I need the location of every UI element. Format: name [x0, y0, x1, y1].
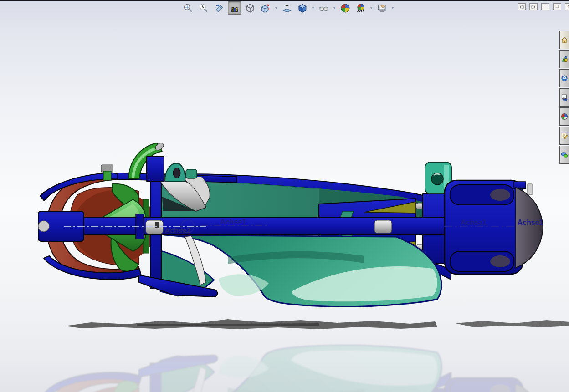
- custom-properties-icon: [561, 132, 568, 139]
- glasses-icon: [319, 3, 329, 13]
- dropdown-caret-icon[interactable]: ▾: [274, 6, 278, 10]
- motor-cavity-top: [490, 189, 510, 201]
- floor-shadow: [65, 319, 569, 329]
- window-controls: — ❐ ✕: [518, 3, 569, 10]
- forum-bubbles-icon: [561, 151, 568, 158]
- view-settings-button[interactable]: [375, 1, 389, 15]
- heads-up-view-toolbar: ▾ ▾ ▾: [181, 1, 395, 15]
- bushing-mid: [374, 220, 392, 233]
- dropdown-caret-icon[interactable]: ▾: [311, 6, 315, 10]
- axis-label[interactable]: Achse1: [518, 219, 543, 226]
- hide-show-items-button[interactable]: [317, 1, 330, 15]
- tab-forum[interactable]: [559, 146, 569, 164]
- axis-label[interactable]: Achse1: [461, 219, 487, 226]
- dropdown-caret-icon[interactable]: ▾: [333, 6, 336, 10]
- dropdown-caret-icon[interactable]: ▾: [391, 6, 395, 10]
- view-palette-icon: [561, 94, 568, 101]
- window-top-edge: [0, 0, 569, 1]
- zoom-to-area-button[interactable]: [197, 1, 210, 15]
- display-style-icon: [261, 3, 271, 13]
- pane-layout-right-icon: [531, 5, 536, 9]
- teal-cap-small: [186, 169, 197, 178]
- tab-appearances-scenes[interactable]: [559, 107, 569, 126]
- model-reflection: [38, 345, 543, 392]
- turbine-assembly-model[interactable]: Achse1 Achse2 Achse1 Achse1: [38, 142, 543, 307]
- tab-custom-properties[interactable]: [559, 127, 569, 145]
- pane-layout-left-button[interactable]: [518, 3, 526, 10]
- normal-to-icon: [282, 3, 292, 13]
- appearances-ball-icon: [561, 113, 568, 120]
- end-dome: [516, 188, 543, 268]
- axis-label[interactable]: Achse1: [220, 218, 246, 226]
- bearing-dome-hole: [173, 168, 180, 178]
- restore-button[interactable]: ❐: [553, 3, 561, 10]
- bushing-left-slot: [155, 222, 159, 228]
- axis-label[interactable]: Achse2: [165, 227, 191, 234]
- shaft-block: [147, 157, 164, 181]
- display-style-button[interactable]: [259, 1, 272, 15]
- close-button[interactable]: ✕: [565, 3, 569, 10]
- view-orientation-button[interactable]: [243, 1, 256, 15]
- zoom-to-area-icon: [199, 3, 209, 13]
- section-view-button[interactable]: [228, 1, 241, 15]
- apply-scene-button[interactable]: [354, 1, 367, 15]
- previous-view-button[interactable]: [212, 1, 226, 15]
- graphics-viewport[interactable]: Achse1 Achse2 Achse1 Achse1: [0, 0, 569, 392]
- file-explorer-icon: [561, 75, 568, 82]
- pane-layout-right-button[interactable]: [529, 3, 538, 10]
- nut-post: [103, 171, 111, 180]
- bushing-left: [146, 220, 163, 234]
- view-orientation-cube-icon: [245, 3, 255, 13]
- edit-appearance-button[interactable]: [338, 1, 352, 15]
- tab-file-explorer[interactable]: [559, 69, 569, 87]
- appearance-ball-icon: [340, 3, 350, 13]
- view-cube-button[interactable]: [296, 1, 309, 15]
- zoom-to-fit-button[interactable]: [181, 1, 195, 15]
- task-pane-tab-strip: [559, 31, 569, 164]
- shaded-cube-icon: [297, 3, 308, 13]
- dropdown-caret-icon[interactable]: ▾: [369, 6, 373, 10]
- zoom-to-fit-icon: [183, 3, 193, 13]
- monitor-hand-icon: [377, 3, 387, 13]
- section-view-icon: [230, 3, 240, 13]
- minimize-button[interactable]: —: [541, 3, 549, 10]
- pane-layout-left-icon: [519, 5, 524, 9]
- tab-solidworks-resources[interactable]: [559, 31, 569, 49]
- normal-to-button[interactable]: [280, 1, 293, 15]
- dome-edge-sliver: [528, 184, 532, 195]
- previous-view-icon: [214, 3, 224, 13]
- scene-ball-icon: [356, 3, 366, 13]
- tab-view-palette[interactable]: [559, 88, 569, 107]
- motor-cavity-bottom: [490, 255, 510, 267]
- mount-lug-hole: [431, 173, 443, 185]
- design-library-icon: [561, 56, 568, 63]
- tab-design-library[interactable]: [559, 50, 569, 68]
- home-icon: [561, 36, 568, 44]
- shaft-end: [38, 221, 49, 232]
